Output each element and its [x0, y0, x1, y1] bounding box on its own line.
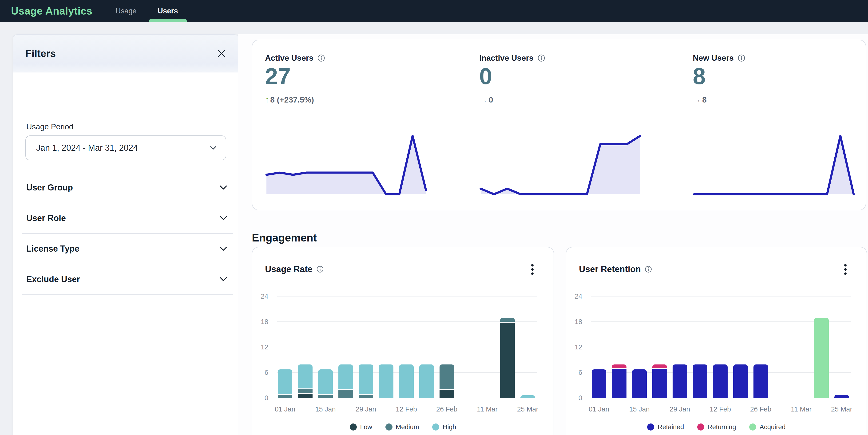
x-tick-label: 29 Jan: [661, 405, 699, 413]
chart-title: User Retention: [579, 264, 641, 274]
filter-section-user-group[interactable]: User Group: [22, 173, 233, 203]
kpi-delta: → 0: [479, 95, 493, 105]
y-axis-labels: 06121824: [252, 296, 274, 398]
info-icon[interactable]: [317, 54, 325, 62]
bar-segment[interactable]: [500, 322, 515, 398]
chevron-down-icon: [219, 185, 228, 190]
filter-section-exclude-user[interactable]: Exclude User: [22, 264, 233, 295]
chart-legend: Retained Returning Acquired: [566, 423, 867, 431]
bar-segment[interactable]: [318, 369, 333, 394]
kebab-icon: [531, 263, 534, 276]
bar-segment[interactable]: [338, 365, 353, 389]
kpi-value: 0: [479, 62, 492, 91]
bar-segment[interactable]: [652, 365, 667, 368]
bar-segment[interactable]: [814, 318, 829, 398]
bar-segment[interactable]: [379, 365, 394, 398]
kpi-delta-text: 0: [489, 95, 493, 104]
bar-segment[interactable]: [834, 395, 849, 398]
bar-segment[interactable]: [298, 390, 313, 393]
bar-segment[interactable]: [652, 369, 667, 398]
usage-rate-plot: [277, 296, 537, 398]
bar-segment[interactable]: [338, 390, 353, 398]
info-icon[interactable]: [537, 54, 545, 62]
bar-segment[interactable]: [298, 365, 313, 389]
y-axis-labels: 06121824: [566, 296, 588, 398]
usage-period-select[interactable]: Jan 1, 2024 - Mar 31, 2024: [25, 135, 226, 160]
gridline: [277, 321, 537, 322]
close-filters-button[interactable]: [215, 47, 228, 60]
legend-dot: [385, 424, 393, 431]
bar-segment[interactable]: [520, 395, 535, 398]
filter-section-user-role[interactable]: User Role: [22, 203, 233, 234]
legend-item-medium: Medium: [385, 423, 419, 431]
chart-menu-button[interactable]: [839, 263, 851, 276]
bar-segment[interactable]: [399, 365, 414, 398]
tab-usage[interactable]: Usage: [115, 0, 137, 22]
tab-active-indicator: [149, 19, 187, 22]
filter-section-license-type[interactable]: License Type: [22, 234, 233, 264]
y-tick-label: 24: [252, 292, 268, 300]
filters-title: Filters: [25, 48, 56, 59]
y-tick-label: 0: [566, 394, 582, 402]
legend-label: Low: [360, 423, 372, 431]
trend-flat-icon: →: [693, 95, 701, 105]
bar-segment[interactable]: [419, 365, 434, 398]
bar-segment[interactable]: [693, 365, 707, 398]
y-tick-label: 6: [566, 369, 582, 376]
bar-segment[interactable]: [753, 365, 768, 398]
usage-period-value: Jan 1, 2024 - Mar 31, 2024: [36, 143, 138, 153]
bar-segment[interactable]: [592, 369, 606, 398]
legend-dot: [749, 424, 756, 431]
x-tick-label: 26 Feb: [742, 405, 780, 413]
filter-section-label: License Type: [26, 244, 79, 254]
bar-segment[interactable]: [298, 394, 313, 398]
tab-users[interactable]: Users: [157, 0, 179, 22]
bar-segment[interactable]: [439, 390, 454, 398]
chevron-down-icon: [219, 277, 228, 282]
kpi-delta-text: 8 (+237.5%): [270, 95, 314, 104]
kpi-delta: ↑ 8 (+237.5%): [265, 95, 314, 105]
bar-segment[interactable]: [318, 395, 333, 398]
info-icon[interactable]: [738, 54, 745, 62]
legend-item-returning: Returning: [697, 423, 736, 431]
bar-segment[interactable]: [278, 395, 292, 398]
kpi-delta-text: 8: [702, 95, 707, 104]
legend-label: Returning: [708, 423, 736, 431]
legend-label: Medium: [396, 423, 419, 431]
bar-segment[interactable]: [612, 365, 626, 368]
sparkline-new-users: [693, 132, 855, 198]
filters-panel: Filters Usage Period Jan 1, 2024 - Mar 3…: [13, 34, 239, 435]
x-tick-label: 25 Mar: [509, 405, 547, 413]
bar-segment[interactable]: [278, 369, 292, 394]
y-tick-label: 18: [566, 318, 582, 326]
info-icon[interactable]: [316, 266, 324, 273]
kpi-value: 27: [265, 62, 291, 91]
bar-segment[interactable]: [673, 365, 687, 398]
trend-up-icon: ↑: [265, 95, 269, 105]
tab-usage-label: Usage: [116, 7, 136, 15]
bar-segment[interactable]: [713, 365, 727, 398]
legend-label: High: [442, 423, 456, 431]
x-tick-label: 01 Jan: [266, 405, 304, 413]
chevron-down-icon: [210, 146, 217, 150]
info-icon[interactable]: [645, 266, 652, 273]
main-tabs: Usage Users: [115, 0, 179, 22]
bar-segment[interactable]: [500, 318, 515, 322]
usage-analytics-dashboard: Usage Analytics Usage Users Filters: [0, 0, 868, 435]
x-tick-label: 26 Feb: [428, 405, 466, 413]
sparkline-inactive-users: [479, 132, 642, 198]
bar-segment[interactable]: [632, 369, 647, 398]
sparkline-active-users: [265, 132, 427, 198]
bar-segment[interactable]: [612, 369, 626, 398]
app-header: Usage Analytics Usage Users: [0, 0, 868, 22]
bar-segment[interactable]: [359, 365, 373, 394]
chart-menu-button[interactable]: [526, 263, 538, 276]
bar-segment[interactable]: [359, 395, 373, 398]
x-tick-label: 25 Mar: [823, 405, 861, 413]
bar-segment[interactable]: [439, 365, 454, 389]
legend-dot: [432, 424, 439, 431]
bar-segment[interactable]: [733, 365, 748, 398]
kpi-new-users: New Users 8 → 8: [693, 40, 855, 210]
legend-item-acquired: Acquired: [749, 423, 786, 431]
y-tick-label: 18: [252, 318, 268, 326]
